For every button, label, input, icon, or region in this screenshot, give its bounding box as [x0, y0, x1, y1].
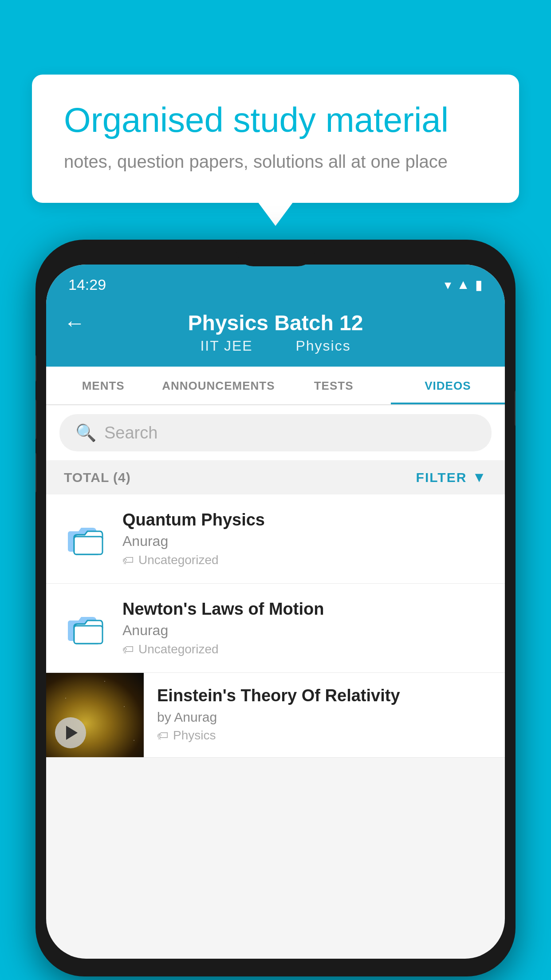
header-subtitle: IIT JEE Physics — [193, 338, 358, 354]
svg-rect-2 — [74, 537, 102, 554]
subtitle-physics: Physics — [295, 338, 350, 354]
tabs-bar: MENTS ANNOUNCEMENTS TESTS VIDEOS — [46, 367, 505, 405]
play-button[interactable] — [55, 717, 86, 748]
subtitle-iitjee: IIT JEE — [200, 338, 252, 354]
volume-up-button — [35, 399, 36, 439]
video-info: Einstein's Theory Of Relativity by Anura… — [144, 673, 505, 743]
phone-frame: 14:29 ▾ ▲ ▮ ← Physics Batch 12 IIT JEE P… — [35, 240, 516, 976]
status-icons: ▾ ▲ ▮ — [445, 277, 483, 292]
video-author: Anurag — [122, 533, 487, 549]
phone-notch — [236, 240, 315, 266]
phone-screen: 14:29 ▾ ▲ ▮ ← Physics Batch 12 IIT JEE P… — [46, 265, 505, 959]
search-placeholder: Search — [104, 423, 157, 443]
tag-label: Uncategorized — [138, 642, 219, 656]
search-container: 🔍 Search — [46, 405, 505, 460]
filter-funnel-icon: ▼ — [472, 469, 487, 486]
speech-bubble-subtitle: notes, question papers, solutions all at… — [64, 152, 487, 172]
speech-bubble-title: Organised study material — [64, 101, 487, 139]
list-item[interactable]: Quantum Physics Anurag 🏷 Uncategorized — [46, 494, 505, 584]
wifi-icon: ▾ — [445, 277, 451, 292]
power-button — [515, 391, 516, 426]
search-bar[interactable]: 🔍 Search — [59, 414, 492, 451]
video-tag: 🏷 Uncategorized — [122, 642, 487, 656]
video-title: Quantum Physics — [122, 510, 487, 530]
tab-announcements[interactable]: ANNOUNCEMENTS — [160, 367, 276, 404]
folder-icon — [64, 606, 108, 650]
subtitle-separator — [272, 338, 282, 354]
video-tag: 🏷 Physics — [157, 728, 492, 743]
video-info: Quantum Physics Anurag 🏷 Uncategorized — [122, 510, 487, 567]
app-header: ← Physics Batch 12 IIT JEE Physics — [46, 300, 505, 367]
tag-label: Physics — [173, 728, 216, 743]
list-item[interactable]: Einstein's Theory Of Relativity by Anura… — [46, 673, 505, 758]
header-title: Physics Batch 12 — [188, 311, 363, 335]
tag-icon: 🏷 — [122, 643, 134, 656]
battery-icon: ▮ — [475, 277, 483, 292]
video-info: Newton's Laws of Motion Anurag 🏷 Uncateg… — [122, 600, 487, 656]
total-count-label: TOTAL (4) — [64, 470, 131, 485]
video-thumbnail — [46, 673, 144, 757]
tag-icon: 🏷 — [122, 553, 134, 567]
status-bar: 14:29 ▾ ▲ ▮ — [46, 265, 505, 300]
tab-videos[interactable]: VIDEOS — [391, 367, 505, 404]
play-icon — [66, 726, 78, 740]
video-author: by Anurag — [157, 710, 492, 725]
tag-label: Uncategorized — [138, 553, 219, 567]
tab-tests[interactable]: TESTS — [276, 367, 390, 404]
list-item[interactable]: Newton's Laws of Motion Anurag 🏷 Uncateg… — [46, 584, 505, 673]
tab-ments[interactable]: MENTS — [46, 367, 160, 404]
speech-bubble: Organised study material notes, question… — [32, 75, 519, 203]
mute-button — [35, 355, 36, 382]
svg-rect-5 — [74, 626, 102, 644]
search-icon: 🔍 — [75, 423, 96, 443]
filter-button[interactable]: FILTER ▼ — [416, 469, 487, 486]
video-tag: 🏷 Uncategorized — [122, 553, 487, 567]
video-title: Einstein's Theory Of Relativity — [157, 686, 492, 705]
back-button[interactable]: ← — [64, 311, 85, 335]
status-time: 14:29 — [68, 276, 106, 293]
video-list: Quantum Physics Anurag 🏷 Uncategorized — [46, 494, 505, 758]
filter-label: FILTER — [416, 470, 467, 485]
tag-icon: 🏷 — [157, 729, 169, 743]
folder-icon — [64, 517, 108, 561]
filter-bar: TOTAL (4) FILTER ▼ — [46, 460, 505, 494]
signal-icon: ▲ — [457, 277, 470, 292]
video-title: Newton's Laws of Motion — [122, 600, 487, 619]
volume-down-button — [35, 453, 36, 493]
video-author: Anurag — [122, 622, 487, 639]
